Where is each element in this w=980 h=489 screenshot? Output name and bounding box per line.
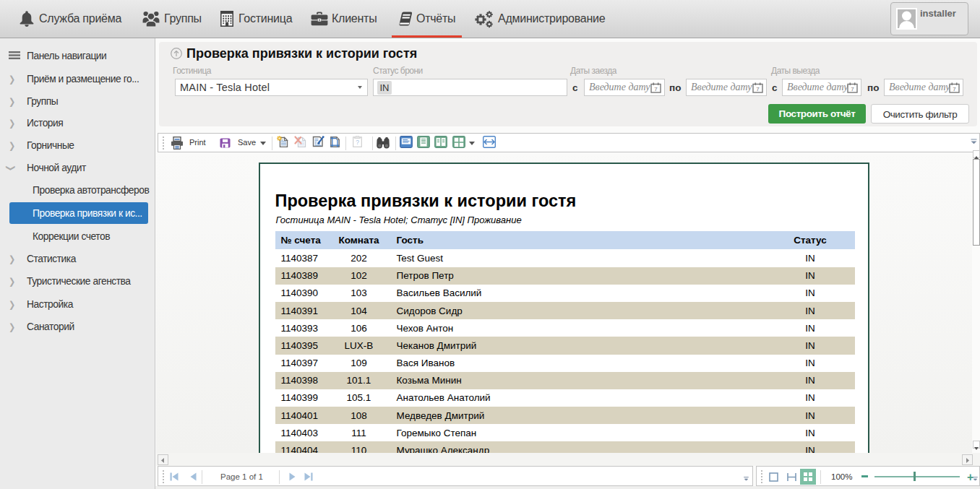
- svg-text:7: 7: [851, 86, 854, 92]
- svg-text:7: 7: [953, 86, 956, 92]
- svg-text:7: 7: [756, 86, 760, 92]
- svg-text:?: ?: [356, 139, 359, 146]
- svg-text:7: 7: [654, 86, 658, 92]
